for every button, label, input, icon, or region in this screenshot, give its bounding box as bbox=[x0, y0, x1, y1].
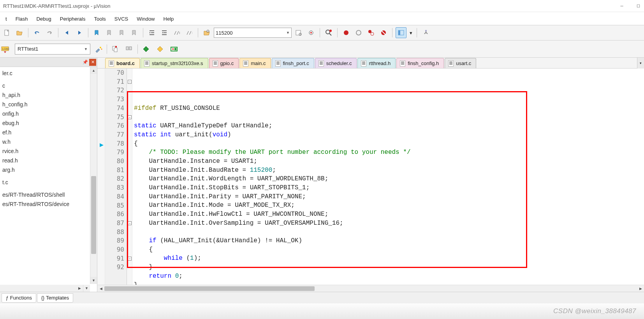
incremental-find-button[interactable] bbox=[293, 27, 304, 38]
indent-button[interactable] bbox=[146, 27, 157, 38]
search-combo[interactable]: 115200 ▼ bbox=[214, 28, 292, 38]
bookmark-prev-button[interactable] bbox=[104, 27, 115, 38]
debug-magnifier-button[interactable] bbox=[323, 27, 334, 38]
code-editor[interactable]: #ifdef RT_USING_CONSOLEstatic UART_Handl… bbox=[132, 69, 644, 285]
nav-back-button[interactable] bbox=[62, 27, 72, 38]
outdent-button[interactable] bbox=[159, 27, 170, 38]
tree-node[interactable]: h_config.h bbox=[0, 100, 97, 109]
find-in-files-button[interactable] bbox=[201, 27, 212, 38]
code-line[interactable]: } bbox=[134, 281, 644, 285]
breakpoint-killall-button[interactable] bbox=[378, 27, 389, 38]
project-tree[interactable]: ler.cch_api.hh_config.honfig.hebug.hef.h… bbox=[0, 67, 97, 292]
chevron-down-icon[interactable]: ▼ bbox=[84, 47, 88, 51]
build-button[interactable] bbox=[140, 43, 152, 55]
code-line[interactable]: } bbox=[134, 263, 644, 272]
code-line[interactable]: { bbox=[134, 139, 644, 148]
pin-button[interactable]: 📌 bbox=[82, 59, 88, 65]
fold-toggle[interactable]: − bbox=[128, 80, 132, 84]
breakpoint-margin[interactable]: ▶ bbox=[97, 69, 105, 285]
code-line[interactable]: return 0; bbox=[134, 272, 644, 281]
menu-peripherals[interactable]: Peripherals bbox=[56, 14, 90, 23]
menu-window[interactable]: Window bbox=[133, 14, 158, 23]
bottom-tab-functions[interactable]: ƒFunctions bbox=[2, 293, 36, 303]
undo-button[interactable] bbox=[32, 27, 42, 38]
fold-toggle[interactable]: − bbox=[128, 115, 132, 119]
window-layout-button[interactable] bbox=[396, 27, 406, 38]
redo-button[interactable] bbox=[44, 27, 55, 38]
code-line[interactable]: static int uart_init(void) bbox=[134, 130, 644, 139]
scroll-right-button[interactable]: ▶ bbox=[637, 285, 644, 292]
code-line[interactable]: UartHandle.Init.Parity = UART_PARITY_NON… bbox=[134, 192, 644, 201]
editor-tab[interactable]: main.c bbox=[239, 58, 271, 68]
fold-toggle[interactable]: − bbox=[128, 257, 132, 261]
code-line[interactable]: UartHandle.Init.StopBits = UART_STOPBITS… bbox=[134, 183, 644, 192]
editor-tab[interactable]: rtthread.h bbox=[357, 58, 396, 68]
code-line[interactable]: UartHandle.Instance = USART1; bbox=[134, 157, 644, 166]
nav-forward-button[interactable] bbox=[74, 27, 85, 38]
tree-node[interactable]: c bbox=[0, 81, 97, 90]
new-file-button[interactable] bbox=[2, 27, 12, 38]
scroll-thumb[interactable] bbox=[104, 286, 315, 291]
code-line[interactable]: UartHandle.Init.BaudRate = 115200; bbox=[134, 166, 644, 175]
code-line[interactable]: UartHandle.Init.WordLength = UART_WORDLE… bbox=[134, 174, 644, 183]
code-line[interactable]: { bbox=[134, 245, 644, 254]
configure-button[interactable] bbox=[420, 27, 431, 38]
scroll-left-button[interactable]: ◀ bbox=[97, 285, 104, 292]
editor-tab[interactable]: gpio.c bbox=[209, 58, 239, 68]
maximize-button[interactable]: ☐ bbox=[635, 3, 641, 9]
code-line[interactable]: static UART_HandleTypeDef UartHandle; bbox=[134, 122, 644, 130]
breakpoint-disable-button[interactable] bbox=[366, 27, 377, 38]
tree-node[interactable]: ler.c bbox=[0, 69, 97, 78]
tree-node[interactable]: read.h bbox=[0, 156, 97, 165]
breakpoint-insert-button[interactable] bbox=[341, 27, 352, 38]
code-line[interactable] bbox=[134, 227, 644, 236]
scroll-down-button[interactable]: ▼ bbox=[90, 277, 97, 284]
tree-node[interactable]: onfig.h bbox=[0, 109, 97, 118]
scroll-up-button[interactable]: ▲ bbox=[90, 67, 97, 74]
manage-books-button[interactable] bbox=[123, 43, 135, 55]
code-line[interactable]: while (1); bbox=[134, 254, 644, 263]
debug-start-button[interactable] bbox=[306, 27, 317, 38]
fold-toggle[interactable]: − bbox=[128, 221, 132, 225]
tree-node[interactable]: w.h bbox=[0, 137, 97, 146]
code-line[interactable]: UartHandle.Init.Mode = UART_MODE_TX_RX; bbox=[134, 201, 644, 210]
scroll-menu-button[interactable]: ▼ bbox=[83, 285, 90, 292]
open-button[interactable] bbox=[14, 27, 25, 38]
tree-node[interactable]: es/RT-Thread/RTOS/shell bbox=[0, 190, 97, 199]
editor-tab[interactable]: finsh_port.c bbox=[272, 58, 314, 68]
editor-tab[interactable]: finsh_config.h bbox=[396, 58, 444, 68]
menu-t[interactable]: t bbox=[2, 14, 11, 23]
minimize-button[interactable]: ─ bbox=[619, 3, 625, 9]
comment-button[interactable]: //≡ bbox=[171, 27, 182, 38]
menu-help[interactable]: Help bbox=[160, 14, 178, 23]
tree-node[interactable]: rvice.h bbox=[0, 146, 97, 156]
bookmark-clear-button[interactable] bbox=[129, 27, 140, 38]
close-panel-button[interactable]: ✕ bbox=[89, 59, 96, 66]
editor-hscrollbar[interactable]: ◀ ▶ bbox=[97, 285, 644, 292]
code-line[interactable]: /* TODO: Please modify the UART port num… bbox=[134, 148, 644, 157]
breakpoint-enable-button[interactable] bbox=[353, 27, 364, 38]
tree-node[interactable]: t.c bbox=[0, 178, 97, 187]
options-button[interactable] bbox=[93, 43, 104, 55]
tree-node[interactable]: arg.h bbox=[0, 165, 97, 174]
window-layout-dd[interactable]: ▾ bbox=[408, 27, 413, 38]
editor-tab[interactable]: scheduler.c bbox=[315, 58, 357, 68]
editor-tab[interactable]: board.c bbox=[105, 58, 140, 68]
bookmark-next-button[interactable] bbox=[116, 27, 127, 38]
sidebar-vscrollbar[interactable]: ▲ ▼ bbox=[90, 67, 97, 284]
uncomment-button[interactable]: //× bbox=[184, 27, 195, 38]
file-extensions-button[interactable] bbox=[109, 43, 121, 55]
menu-flash[interactable]: Flash bbox=[12, 14, 32, 23]
scroll-thumb[interactable] bbox=[91, 176, 96, 254]
tree-node[interactable]: h_api.h bbox=[0, 90, 97, 100]
bookmark-toggle-button[interactable] bbox=[91, 27, 102, 38]
chevron-down-icon[interactable]: ▼ bbox=[286, 31, 290, 35]
code-line[interactable] bbox=[134, 95, 644, 104]
editor-tab[interactable]: usart.c bbox=[445, 58, 476, 68]
code-line[interactable]: UartHandle.Init.OverSampling = UART_OVER… bbox=[134, 219, 644, 228]
code-line[interactable]: if (HAL_UART_Init(&UartHandle) != HAL_OK… bbox=[134, 236, 644, 245]
menu-debug[interactable]: Debug bbox=[32, 14, 55, 23]
code-line[interactable] bbox=[134, 113, 644, 122]
tree-node[interactable]: ef.h bbox=[0, 128, 97, 137]
menu-svcs[interactable]: SVCS bbox=[111, 14, 132, 23]
